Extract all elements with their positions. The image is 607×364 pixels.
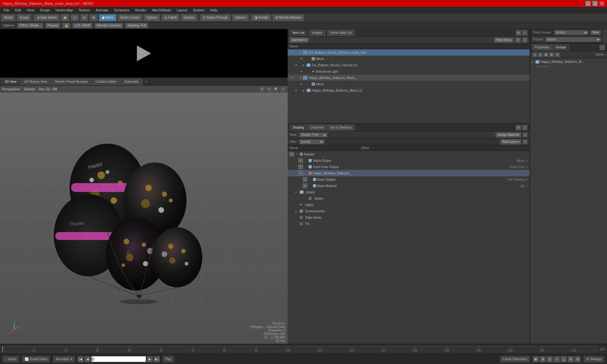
shade-item-lights[interactable]: ✦ Lights xyxy=(288,202,530,208)
menu-edit[interactable]: Edit xyxy=(13,8,24,13)
menu-texture[interactable]: Texture xyxy=(76,8,93,13)
eye-1[interactable]: 👁 xyxy=(290,51,295,54)
tab-schematic[interactable]: Schematic xyxy=(121,79,143,85)
menu-sculpt[interactable]: Sculpt xyxy=(37,8,52,13)
item-list-expand-icon[interactable]: ⤢ xyxy=(522,30,528,36)
options2-button[interactable]: Options xyxy=(181,14,197,21)
tab-properties[interactable]: Properties xyxy=(532,44,552,51)
status-icon-4[interactable]: ◁ xyxy=(554,356,560,362)
status-icon-5[interactable]: △ xyxy=(561,356,567,362)
toolbar-icon-1[interactable]: ▦ xyxy=(61,14,69,21)
tree-item-1[interactable]: 👁 ▼ FoI_Balloon_Round_Chrome_modo_bas ..… xyxy=(288,49,530,56)
shade-item-base-material[interactable]: 👁 Base Material (all) ▾ xyxy=(288,183,530,189)
play-pause-button[interactable]: ▶ xyxy=(147,356,153,362)
tree-item-2[interactable]: 👁 Mesh xyxy=(288,56,530,62)
tab-info-statistics[interactable]: Info & Statistics xyxy=(327,124,355,131)
menu-animate[interactable]: Animate xyxy=(93,8,111,13)
sculpt-mode-button[interactable]: Sculpt xyxy=(17,14,31,21)
maximize-button[interactable]: □ xyxy=(592,1,598,6)
toolbar-icon-4[interactable]: ⊞ xyxy=(89,14,98,21)
shade-item-render[interactable]: 👁 ▼ Render xyxy=(288,151,530,157)
status-icon-1[interactable]: ◉ xyxy=(533,356,539,362)
shade-item-bake[interactable]: Bake Items xyxy=(288,214,530,221)
shader-tree-dropdown[interactable]: Shader Tree xyxy=(299,132,328,137)
menu-system[interactable]: System xyxy=(190,8,207,13)
shade-item-base-shader[interactable]: 👁 Base Shader Full Shading ▾ xyxy=(288,176,530,183)
toolbar-icon-3[interactable]: ⧉ xyxy=(80,14,88,21)
play-audio-button[interactable]: Play xyxy=(162,356,174,363)
shading-s-icon[interactable]: S xyxy=(523,139,528,144)
graph-editor-button[interactable]: 📈 Graph Editor xyxy=(22,356,51,363)
menu-maxtomodo[interactable]: MaxToModo xyxy=(150,8,174,13)
menu-dynamics[interactable]: Dynamics xyxy=(112,8,132,13)
lut-button[interactable]: LUT: sRGB xyxy=(72,23,93,28)
viewport-more-icon[interactable]: ≡ xyxy=(280,86,286,92)
item-list-settings-icon[interactable]: ⚙ xyxy=(516,30,521,36)
options1-button[interactable]: Options xyxy=(144,14,160,21)
shading-settings-icon[interactable]: ⚙ xyxy=(516,125,521,130)
paused-button[interactable]: Paused xyxy=(45,23,60,28)
eye-6[interactable]: 👁 xyxy=(299,82,304,86)
filter-items-button[interactable]: Filter Items xyxy=(494,37,514,43)
add-tab-button[interactable]: + xyxy=(143,80,149,84)
eye-final-color[interactable]: 👁 xyxy=(298,165,303,169)
eye-base-material[interactable]: 👁 xyxy=(303,184,307,188)
tree-item-6[interactable]: 👁 Mesh xyxy=(288,81,530,87)
settings-button[interactable]: ⚙ Settings xyxy=(583,356,604,363)
filter-dropdown[interactable]: (none) xyxy=(299,139,324,144)
render-camera-button[interactable]: (Render Camera) xyxy=(95,23,124,28)
falloff-button[interactable]: ◎ Falloff xyxy=(162,14,180,21)
model-mode-button[interactable]: Model xyxy=(1,14,15,21)
eye-2[interactable]: 👁 xyxy=(299,57,304,61)
menu-layout[interactable]: Layout xyxy=(174,8,190,13)
items-button[interactable]: ▣ Items xyxy=(99,14,116,21)
menu-vertex-map[interactable]: Vertex Map xyxy=(53,8,76,13)
tab-item-list[interactable]: Item List xyxy=(290,30,307,36)
tab-shading[interactable]: Shading xyxy=(290,124,307,131)
shading-button[interactable]: Shading: Full xyxy=(125,23,148,28)
props-icon-3[interactable]: ⊕ xyxy=(543,52,549,57)
eye-base-shader[interactable]: 👁 xyxy=(303,177,307,182)
item-list-filter-icon[interactable]: F xyxy=(522,37,528,43)
menu-view[interactable]: View xyxy=(24,8,37,13)
menu-help[interactable]: Help xyxy=(208,8,220,13)
shading-f-icon[interactable]: F xyxy=(523,132,528,137)
tab-gradient-editor[interactable]: Gradient Editor xyxy=(92,79,120,85)
eye-5[interactable]: 👁 xyxy=(290,76,295,80)
auto-select-button[interactable]: ⊕ Auto Select xyxy=(34,14,59,21)
tab-uv-texture[interactable]: UV Texture View xyxy=(21,79,51,85)
tree-item-3[interactable]: 👁 ▶ FoI_Balloon_Round_Chrome (2) xyxy=(288,62,530,68)
action-center-button[interactable]: Action Center xyxy=(118,14,143,21)
play-button[interactable] xyxy=(137,46,151,61)
eye-alpha[interactable]: 👁 xyxy=(298,158,303,163)
next-button[interactable]: ▶| xyxy=(154,356,160,362)
close-button[interactable]: ✕ xyxy=(599,1,604,6)
shade-item-fx[interactable]: FX xyxy=(288,221,530,227)
new-group-button[interactable]: New xyxy=(590,30,601,35)
timeline-ruler[interactable]: 0 12 24 36 48 60 72 84 96 108 120 132 14… xyxy=(2,346,598,352)
prev-button[interactable]: ◀ xyxy=(84,356,91,362)
menu-file[interactable]: File xyxy=(1,8,12,13)
tab-channels[interactable]: Channels xyxy=(308,124,327,131)
status-icon-3[interactable]: ⊡ xyxy=(547,356,553,362)
add-item-button[interactable]: Add Item ▾ xyxy=(290,37,309,43)
shade-item-alpha[interactable]: 👁 Alpha Output Alpha ▾ xyxy=(288,157,530,164)
status-icon-7[interactable]: ⊗ xyxy=(574,356,581,362)
render-window-button[interactable]: ⊞ Render Window xyxy=(273,14,304,21)
item-list-eye-icon[interactable]: 👁 xyxy=(515,37,521,43)
props-icon-2[interactable]: ▷ xyxy=(538,52,543,57)
menu-render[interactable]: Render xyxy=(132,8,149,13)
shade-item-environments[interactable]: ▶ Environments xyxy=(288,208,530,214)
shade-item-library[interactable]: ▶ Library xyxy=(288,189,530,195)
tree-item-5[interactable]: 👁 ▼ Happy_Birthday_Balloons_Black_... xyxy=(288,75,530,81)
tree-item-7[interactable]: 👁 ▶ Happy_Birthday_Balloons_Black (2) xyxy=(288,87,530,94)
props-add-icon[interactable]: + xyxy=(599,45,605,50)
eye-3[interactable]: 👁 xyxy=(294,64,298,67)
viewport-search-icon[interactable]: 🔍 xyxy=(273,86,279,92)
render-button[interactable]: ◨ Render xyxy=(251,14,271,21)
eye-4[interactable]: 👁 xyxy=(299,70,304,73)
props-icon-5[interactable]: ≡ xyxy=(555,52,560,57)
viewport-reset-icon[interactable]: ↺ xyxy=(266,86,272,92)
viewport-3d[interactable]: Happy Thanks xyxy=(0,86,288,344)
eye-hbb[interactable]: 👁 xyxy=(298,171,303,175)
